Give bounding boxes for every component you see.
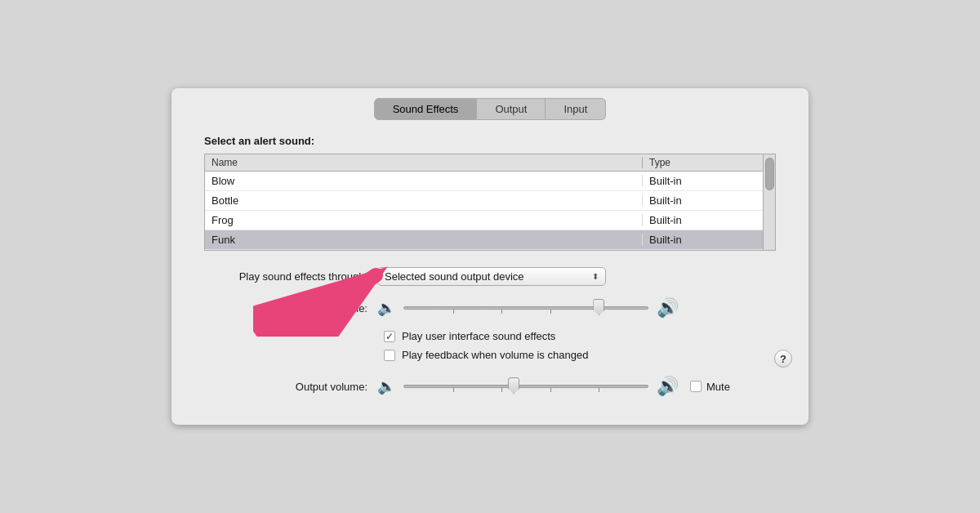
mute-row: Mute (690, 381, 730, 393)
output-volume-low-icon[interactable]: 🔈 (377, 377, 395, 395)
play-ui-sounds-label: Play user interface sound effects (402, 330, 555, 342)
slider-thumb[interactable] (593, 299, 608, 317)
slider-tick (550, 310, 551, 314)
play-through-value: Selected sound output device (385, 270, 524, 283)
alert-volume-row: Alert volume: 🔈 � (204, 297, 776, 319)
play-feedback-label: Play feedback when volume is changed (402, 349, 588, 361)
scrollbar-thumb[interactable] (765, 158, 774, 190)
slider-tick (453, 310, 454, 314)
tab-input[interactable]: Input (546, 98, 606, 120)
scrollbar[interactable] (763, 154, 775, 250)
output-slider-thumb[interactable] (508, 377, 523, 395)
slider-tick (501, 310, 502, 314)
alert-volume-slider-container: 🔈 🔊 (377, 297, 679, 319)
output-volume-slider-container: 🔈 🔊 (377, 376, 679, 397)
play-feedback-checkbox[interactable] (384, 350, 395, 361)
volume-high-icon[interactable]: 🔊 (657, 297, 679, 319)
alert-sound-label: Select an alert sound: (204, 135, 776, 147)
output-volume-row: Output volume: 🔈 🔊 (204, 376, 776, 397)
tab-bar: Sound Effects Output Input (172, 88, 808, 120)
alert-volume-label: Alert volume: (204, 302, 368, 314)
column-type: Type (642, 157, 756, 168)
output-volume-label: Output volume: (204, 381, 368, 393)
mute-checkbox[interactable] (690, 381, 702, 392)
table-row[interactable]: Bottle Built-in (205, 191, 763, 211)
slider-tick (599, 388, 599, 392)
tab-sound-effects[interactable]: Sound Effects (374, 98, 478, 120)
volume-low-icon[interactable]: 🔈 (377, 299, 395, 317)
play-ui-sounds-row: ✓ Play user interface sound effects (204, 330, 776, 342)
play-through-label: Play sound effects through: (204, 270, 368, 283)
alert-volume-slider[interactable] (403, 301, 648, 315)
table-row[interactable]: Blow Built-in (205, 172, 763, 191)
table-row[interactable]: Frog Built-in (205, 211, 763, 230)
play-through-row: Play sound effects through: Selected sou… (204, 267, 776, 286)
help-button[interactable]: ? (774, 350, 792, 368)
slider-tick (550, 388, 551, 392)
sound-list: Name Type Blow Built-in Bottle Built-in … (204, 154, 776, 251)
mute-label: Mute (706, 381, 730, 393)
tab-output[interactable]: Output (477, 98, 546, 120)
table-row[interactable]: Funk Built-in (205, 230, 763, 250)
list-header: Name Type (205, 154, 763, 172)
output-volume-slider[interactable] (403, 379, 648, 394)
play-ui-sounds-checkbox[interactable]: ✓ (384, 331, 395, 342)
play-feedback-row: Play feedback when volume is changed (204, 349, 776, 361)
output-volume-high-icon[interactable]: 🔊 (657, 376, 679, 397)
column-name: Name (212, 157, 642, 168)
slider-tick (501, 388, 502, 392)
checkmark-icon: ✓ (385, 332, 394, 341)
slider-tick (453, 388, 454, 392)
chevron-down-icon: ⬍ (592, 272, 599, 281)
play-through-dropdown[interactable]: Selected sound output device ⬍ (377, 267, 606, 286)
